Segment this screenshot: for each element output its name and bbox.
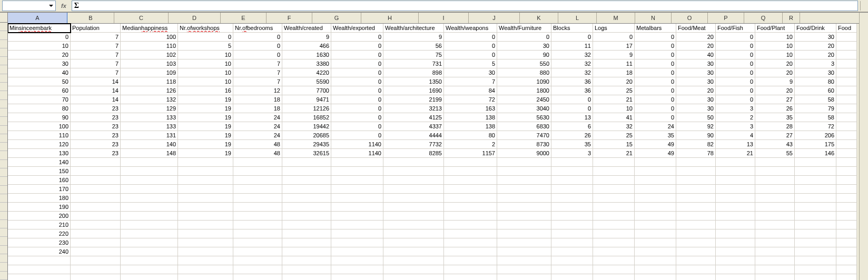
data-cell[interactable]: 880 xyxy=(497,68,551,77)
data-cell[interactable]: 56 xyxy=(383,42,444,51)
data-cell[interactable] xyxy=(795,221,836,229)
data-cell[interactable] xyxy=(282,247,331,256)
data-cell[interactable]: 30 xyxy=(444,68,497,77)
data-cell[interactable] xyxy=(497,221,551,229)
data-cell[interactable]: 48 xyxy=(233,140,282,149)
data-cell[interactable] xyxy=(282,265,331,274)
data-cell[interactable]: 19 xyxy=(178,113,233,122)
data-cell[interactable] xyxy=(635,256,676,265)
data-cell[interactable]: 16 xyxy=(178,86,233,95)
data-cell[interactable] xyxy=(282,203,331,212)
data-cell[interactable]: 3 xyxy=(795,59,836,68)
row-header[interactable] xyxy=(0,108,7,117)
data-cell[interactable] xyxy=(331,265,383,274)
data-cell[interactable]: 160 xyxy=(8,176,71,185)
data-cell[interactable] xyxy=(755,274,795,280)
data-cell[interactable] xyxy=(497,247,551,256)
data-cell[interactable]: 140 xyxy=(8,158,71,167)
data-cell[interactable] xyxy=(551,221,593,229)
data-cell[interactable] xyxy=(836,33,857,42)
header-cell[interactable]: Wealth/architecture xyxy=(383,24,444,33)
data-cell[interactable] xyxy=(497,256,551,265)
data-cell[interactable]: 19 xyxy=(178,140,233,149)
data-cell[interactable]: 0 xyxy=(497,33,551,42)
row-header[interactable] xyxy=(0,212,7,220)
data-cell[interactable] xyxy=(716,256,755,265)
data-cell[interactable]: 6830 xyxy=(497,122,551,131)
data-cell[interactable]: 180 xyxy=(8,194,71,203)
fx-icon[interactable]: fx xyxy=(58,3,70,9)
data-cell[interactable]: 36 xyxy=(551,86,593,95)
header-cell[interactable]: Wealth/weapons xyxy=(444,24,497,33)
data-cell[interactable]: 30 xyxy=(676,77,716,86)
data-cell[interactable] xyxy=(497,176,551,185)
data-cell[interactable]: 26 xyxy=(551,131,593,140)
data-cell[interactable]: 0 xyxy=(331,59,383,68)
data-cell[interactable] xyxy=(795,256,836,265)
data-cell[interactable]: 100 xyxy=(121,33,178,42)
header-cell[interactable]: Food/Plant xyxy=(755,24,795,33)
row-header[interactable] xyxy=(0,91,7,99)
data-cell[interactable]: 0 xyxy=(331,122,383,131)
data-cell[interactable] xyxy=(716,158,755,167)
data-cell[interactable]: 20 xyxy=(795,51,836,59)
data-cell[interactable]: 79 xyxy=(795,104,836,113)
data-cell[interactable]: 23 xyxy=(71,140,121,149)
data-cell[interactable]: 19442 xyxy=(282,122,331,131)
column-header-R[interactable]: R xyxy=(783,13,800,23)
data-cell[interactable]: 14 xyxy=(71,95,121,104)
data-cell[interactable]: 17 xyxy=(593,42,635,51)
header-cell[interactable]: Nr. of workshops xyxy=(178,24,233,33)
header-cell[interactable]: Population xyxy=(71,24,121,33)
data-cell[interactable]: 20 xyxy=(676,42,716,51)
data-cell[interactable] xyxy=(716,221,755,229)
data-cell[interactable]: 0 xyxy=(716,33,755,42)
data-cell[interactable]: 75 xyxy=(383,51,444,59)
data-cell[interactable]: 200 xyxy=(8,212,71,221)
data-cell[interactable]: 58 xyxy=(795,113,836,122)
data-cell[interactable]: 20 xyxy=(755,68,795,77)
data-cell[interactable] xyxy=(444,167,497,176)
data-cell[interactable] xyxy=(383,158,444,167)
data-cell[interactable]: 3 xyxy=(716,104,755,113)
data-cell[interactable] xyxy=(444,256,497,265)
data-cell[interactable] xyxy=(233,229,282,238)
row-header[interactable] xyxy=(0,151,7,159)
data-cell[interactable] xyxy=(836,176,857,185)
data-cell[interactable]: 20 xyxy=(795,42,836,51)
data-cell[interactable] xyxy=(836,86,857,95)
data-cell[interactable] xyxy=(121,185,178,194)
data-cell[interactable]: 0 xyxy=(716,95,755,104)
data-cell[interactable] xyxy=(331,274,383,280)
data-cell[interactable] xyxy=(331,247,383,256)
data-cell[interactable]: 0 xyxy=(635,51,676,59)
data-cell[interactable]: 1800 xyxy=(497,86,551,95)
data-cell[interactable] xyxy=(331,158,383,167)
data-cell[interactable]: 35 xyxy=(551,140,593,149)
data-cell[interactable]: 133 xyxy=(121,122,178,131)
header-cell[interactable]: Metal bars xyxy=(635,24,676,33)
column-header-O[interactable]: O xyxy=(672,13,708,23)
data-cell[interactable] xyxy=(121,158,178,167)
data-cell[interactable]: 9000 xyxy=(497,149,551,158)
header-cell[interactable]: Median happiness xyxy=(121,24,178,33)
data-cell[interactable] xyxy=(716,265,755,274)
data-cell[interactable] xyxy=(676,167,716,176)
data-cell[interactable] xyxy=(755,238,795,247)
data-cell[interactable]: 40 xyxy=(8,68,71,77)
data-cell[interactable] xyxy=(178,212,233,221)
data-cell[interactable]: 20 xyxy=(676,33,716,42)
data-cell[interactable]: 7700 xyxy=(282,86,331,95)
data-cell[interactable]: 210 xyxy=(8,221,71,229)
header-cell[interactable]: Food/Meat xyxy=(676,24,716,33)
data-cell[interactable] xyxy=(795,238,836,247)
data-cell[interactable]: 18 xyxy=(593,68,635,77)
data-cell[interactable] xyxy=(836,51,857,59)
data-cell[interactable] xyxy=(836,256,857,265)
data-cell[interactable] xyxy=(551,158,593,167)
data-cell[interactable]: 7 xyxy=(233,77,282,86)
data-cell[interactable]: 0 xyxy=(635,59,676,68)
data-cell[interactable] xyxy=(71,167,121,176)
data-cell[interactable]: 24 xyxy=(233,122,282,131)
header-cell[interactable]: Wealth/created xyxy=(282,24,331,33)
